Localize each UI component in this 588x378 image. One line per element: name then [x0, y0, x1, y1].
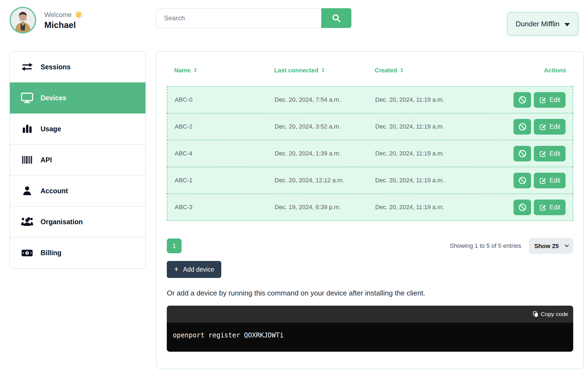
barcode-icon	[21, 155, 33, 164]
code-block: Copy code openport register QOXRKJDWTi	[167, 306, 573, 352]
table-header: Name ↕ Last connected ↕ Created ↕ Action…	[167, 60, 573, 86]
device-last-connected: Dec. 20, 2024, 7:54 a.m.	[275, 96, 375, 103]
exchange-arrows-icon	[21, 62, 33, 72]
sidebar-item-label: Organisation	[41, 218, 83, 226]
ban-device-button[interactable]	[514, 92, 531, 108]
user-text: Welcome Michael	[44, 10, 83, 30]
sidebar-item-organisation[interactable]: Organisation	[10, 206, 145, 237]
sidebar-item-label: API	[41, 156, 52, 164]
column-header-name[interactable]: Name ↕	[174, 67, 274, 74]
page-1-button[interactable]: 1	[167, 238, 182, 253]
user-block: Welcome Michael	[10, 7, 156, 33]
device-name: ABC-0	[175, 96, 275, 103]
ban-icon	[518, 203, 527, 212]
device-last-connected: Dec. 20, 2024, 1:39 a.m.	[275, 150, 375, 157]
waving-hand-icon	[74, 10, 83, 19]
sidebar-item-label: Usage	[41, 125, 61, 133]
page-size-select-wrap: Show 25	[529, 238, 573, 254]
device-name: ABC-1	[175, 177, 275, 184]
table-row: ABC-2 Dec. 20, 2024, 3:52 a.m. Dec. 20, …	[167, 113, 573, 140]
edit-device-button[interactable]: Edit	[534, 146, 566, 161]
ban-device-button[interactable]	[514, 200, 531, 215]
device-created: Dec. 20, 2024, 11:19 a.m.	[375, 204, 514, 211]
devices-page: Welcome Michael	[0, 0, 588, 378]
org-selector-button[interactable]: Dunder Mifflin	[507, 12, 578, 36]
search-bar	[156, 8, 351, 28]
add-device-button[interactable]: + Add device	[167, 261, 221, 278]
ban-device-button[interactable]	[514, 173, 531, 188]
device-created: Dec. 20, 2024, 11:19 a.m.	[375, 123, 514, 130]
table-row: ABC-3 Dec. 19, 2024, 6:39 p.m. Dec. 20, …	[167, 194, 573, 221]
ban-icon	[518, 149, 527, 158]
entries-summary: Showing 1 to 5 of 5 entries	[450, 242, 521, 249]
ban-icon	[518, 122, 527, 131]
device-name: ABC-3	[175, 204, 275, 211]
device-last-connected: Dec. 20, 2024, 12:12 a.m.	[275, 177, 375, 184]
table-row: ABC-4 Dec. 20, 2024, 1:39 a.m. Dec. 20, …	[167, 140, 573, 167]
table-body: ABC-0 Dec. 20, 2024, 7:54 a.m. Dec. 20, …	[167, 86, 573, 221]
sidebar-item-usage[interactable]: Usage	[10, 113, 145, 144]
device-created: Dec. 20, 2024, 11:19 a.m.	[375, 150, 514, 157]
welcome-line: Welcome	[44, 10, 83, 19]
column-header-last-connected[interactable]: Last connected ↕	[274, 67, 375, 74]
edit-icon	[539, 204, 546, 211]
plus-icon: +	[174, 265, 179, 273]
table-row: ABC-1 Dec. 20, 2024, 12:12 a.m. Dec. 20,…	[167, 167, 573, 194]
sidebar-item-account[interactable]: Account	[10, 175, 145, 206]
sidebar-item-label: Account	[41, 187, 68, 195]
copy-code-button[interactable]: Copy code	[533, 311, 568, 317]
edit-icon	[539, 96, 546, 104]
edit-button-label: Edit	[549, 150, 560, 157]
user-name: Michael	[44, 20, 83, 30]
ban-icon	[518, 95, 527, 104]
sidebar-item-devices[interactable]: Devices	[10, 83, 145, 113]
user-photo-icon	[11, 8, 35, 32]
money-bill-icon	[21, 249, 33, 257]
devices-panel: Name ↕ Last connected ↕ Created ↕ Action…	[156, 51, 584, 369]
person-icon	[21, 186, 33, 196]
device-last-connected: Dec. 19, 2024, 6:39 p.m.	[275, 204, 375, 211]
edit-button-label: Edit	[549, 204, 560, 211]
edit-icon	[539, 177, 546, 184]
sort-icon: ↕	[321, 67, 325, 74]
page-size-select[interactable]: Show 25	[529, 238, 573, 254]
greeting-text: Welcome	[44, 11, 72, 19]
avatar	[10, 7, 36, 33]
ban-device-button[interactable]	[514, 119, 531, 135]
top-bar: Welcome Michael	[0, 0, 588, 36]
sidebar: Sessions Devices	[10, 51, 146, 269]
search-icon	[332, 13, 341, 23]
org-selector-label: Dunder Mifflin	[516, 20, 560, 28]
edit-device-button[interactable]: Edit	[534, 119, 566, 135]
column-header-actions: Actions	[544, 67, 566, 74]
bar-chart-icon	[21, 124, 33, 134]
search-input[interactable]	[156, 8, 321, 28]
caret-down-icon	[564, 23, 570, 26]
add-device-label: Add device	[183, 266, 214, 273]
sort-icon: ↕	[193, 67, 198, 74]
device-last-connected: Dec. 20, 2024, 3:52 a.m.	[275, 123, 375, 130]
device-name: ABC-4	[175, 150, 275, 157]
device-name: ABC-2	[175, 123, 275, 130]
sidebar-item-label: Sessions	[41, 63, 71, 71]
edit-device-button[interactable]: Edit	[534, 92, 566, 108]
sidebar-item-api[interactable]: API	[10, 144, 145, 175]
monitor-icon	[21, 92, 33, 104]
add-device-hint: Or add a device by running this command …	[167, 289, 573, 297]
copy-icon	[533, 311, 538, 317]
people-icon	[21, 217, 33, 227]
column-header-created[interactable]: Created ↕	[375, 67, 544, 74]
edit-button-label: Edit	[549, 96, 560, 104]
device-created: Dec. 20, 2024, 11:19 a.m.	[375, 96, 514, 103]
sidebar-item-label: Devices	[41, 94, 67, 102]
table-row: ABC-0 Dec. 20, 2024, 7:54 a.m. Dec. 20, …	[167, 86, 573, 113]
edit-device-button[interactable]: Edit	[534, 200, 566, 215]
ban-device-button[interactable]	[514, 146, 531, 161]
edit-icon	[539, 150, 546, 157]
search-button[interactable]	[321, 8, 351, 28]
edit-button-label: Edit	[549, 177, 560, 184]
sidebar-item-label: Billing	[41, 249, 61, 257]
sidebar-item-billing[interactable]: Billing	[10, 237, 145, 268]
edit-device-button[interactable]: Edit	[534, 173, 566, 188]
sidebar-item-sessions[interactable]: Sessions	[10, 52, 145, 83]
